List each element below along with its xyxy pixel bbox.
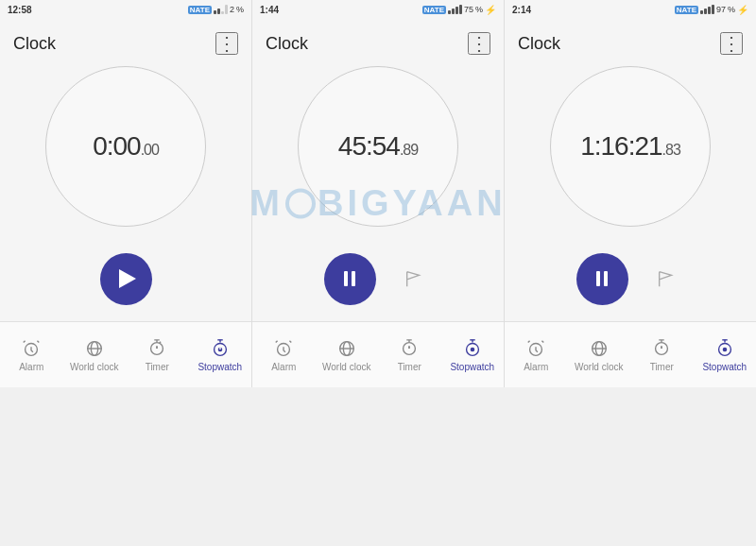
svg-point-16 (470, 347, 474, 351)
alarm-icon-3 (525, 338, 546, 359)
worldclock-icon-2 (336, 338, 357, 359)
more-menu-button-2[interactable]: ⋮ (468, 32, 490, 55)
status-bars: 12:58 NATE 2 % 1:44 NATE (0, 0, 756, 19)
pause-icon-2 (344, 271, 355, 286)
carrier-badge-2: NATE (422, 6, 446, 14)
nav-worldclock-label-1: World clock (70, 362, 119, 372)
clock-circle-1: 0:00.00 (45, 66, 206, 227)
battery-pct-2: 75 (464, 5, 473, 14)
clock-area-1: 0:00.00 (0, 66, 251, 246)
flag-button-3[interactable] (647, 260, 685, 298)
svg-point-24 (722, 347, 727, 351)
status-right-1: NATE 2 % (188, 5, 244, 14)
signal-1 (214, 5, 228, 14)
nav-stopwatch-label-2: Stopwatch (450, 362, 494, 372)
flag-button-2[interactable] (395, 260, 433, 298)
nav-worldclock-2[interactable]: World clock (316, 322, 379, 387)
status-right-2: NATE 75 % ⚡ (422, 5, 496, 15)
signal-3 (700, 5, 714, 14)
clock-circle-2: 45:54.89 (298, 66, 458, 227)
app-title-2: Clock (266, 34, 308, 54)
alarm-icon-2 (273, 338, 294, 359)
nav-stopwatch-1[interactable]: Stopwatch (189, 322, 252, 387)
flag-icon-2 (404, 268, 424, 289)
flag-icon-3 (656, 268, 677, 289)
timer-icon-1 (146, 338, 167, 359)
nav-worldclock-label-2: World clock (322, 362, 371, 372)
battery-pct-3: 97 (716, 5, 726, 14)
nav-alarm-1[interactable]: Alarm (0, 322, 63, 387)
nav-stopwatch-label-1: Stopwatch (198, 362, 242, 372)
nav-stopwatch-label-3: Stopwatch (702, 362, 747, 372)
signal-2 (448, 5, 462, 14)
stopwatch-icon-3 (714, 338, 735, 359)
worldclock-icon-1 (84, 338, 105, 359)
status-right-3: NATE 97 % ⚡ (675, 5, 748, 15)
status-bar-3: 2:14 NATE 97 % ⚡ (505, 0, 756, 19)
nav-worldclock-3[interactable]: World clock (568, 322, 631, 387)
clock-time-2: 45:54.89 (338, 131, 418, 162)
play-button-1[interactable] (100, 253, 152, 305)
panel-2: Clock ⋮ 45:54.89 (252, 19, 505, 387)
app-title-3: Clock (518, 34, 560, 54)
play-icon-1 (119, 269, 136, 288)
pause-icon-3 (596, 271, 608, 286)
nav-alarm-label-2: Alarm (271, 362, 296, 372)
bottom-nav-1: Alarm World clock Time (0, 321, 251, 387)
battery-pct-1: 2 (230, 5, 234, 14)
nav-worldclock-1[interactable]: World clock (63, 322, 127, 387)
app-bar-2: Clock ⋮ (252, 19, 504, 66)
bottom-nav-2: Alarm World clock Timer (252, 321, 504, 387)
app-bar-1: Clock ⋮ (0, 19, 251, 66)
charging-icon-2: ⚡ (485, 5, 496, 15)
nav-timer-label-2: Timer (398, 362, 421, 372)
nav-timer-3[interactable]: Timer (630, 322, 694, 387)
controls-3 (505, 246, 756, 321)
panels-container: M BIGYAAN Clock ⋮ 0:00.00 (0, 19, 756, 387)
timer-icon-3 (651, 338, 672, 359)
controls-2 (252, 246, 504, 321)
svg-line-4 (160, 341, 161, 342)
nav-worldclock-label-3: World clock (575, 362, 624, 372)
panel-1: Clock ⋮ 0:00.00 (0, 19, 252, 387)
clock-circle-3: 1:16:21.83 (550, 66, 711, 227)
panel-3: Clock ⋮ 1:16:21.83 (505, 19, 756, 387)
worldclock-icon-3 (589, 338, 610, 359)
more-menu-button-1[interactable]: ⋮ (215, 32, 238, 55)
status-time-2: 1:44 (260, 5, 279, 15)
nav-timer-label-1: Timer (146, 362, 169, 372)
clock-time-3: 1:16:21.83 (580, 131, 680, 162)
clock-time-1: 0:00.00 (93, 131, 159, 162)
nav-alarm-label-3: Alarm (524, 362, 548, 372)
nav-timer-label-3: Timer (650, 362, 674, 372)
clock-area-3: 1:16:21.83 (505, 66, 756, 246)
nav-timer-2[interactable]: Timer (378, 322, 441, 387)
status-time-3: 2:14 (512, 5, 531, 15)
pause-button-3[interactable] (576, 253, 628, 305)
bottom-nav-3: Alarm World clock Timer (505, 321, 756, 387)
pause-button-2[interactable] (324, 253, 376, 305)
nav-alarm-3[interactable]: Alarm (505, 322, 568, 387)
controls-1 (0, 246, 251, 321)
app-bar-3: Clock ⋮ (505, 19, 756, 66)
nav-stopwatch-2[interactable]: Stopwatch (441, 322, 505, 387)
status-bar-2: 1:44 NATE 75 % ⚡ (252, 0, 505, 19)
more-menu-button-3[interactable]: ⋮ (720, 32, 743, 55)
carrier-badge-3: NATE (675, 6, 698, 14)
nav-alarm-label-1: Alarm (19, 362, 43, 372)
stopwatch-icon-1 (210, 338, 231, 359)
timer-icon-2 (399, 338, 420, 359)
charging-icon-3: ⚡ (737, 5, 748, 15)
alarm-icon-1 (21, 338, 42, 359)
carrier-badge-1: NATE (188, 6, 212, 14)
nav-timer-1[interactable]: Timer (126, 322, 189, 387)
stopwatch-icon-2 (462, 338, 483, 359)
app-title-1: Clock (13, 34, 56, 54)
clock-area-2: 45:54.89 (252, 66, 504, 246)
status-bar-1: 12:58 NATE 2 % (0, 0, 252, 19)
nav-stopwatch-3[interactable]: Stopwatch (694, 322, 757, 387)
status-time-1: 12:58 (8, 5, 32, 15)
nav-alarm-2[interactable]: Alarm (252, 322, 316, 387)
